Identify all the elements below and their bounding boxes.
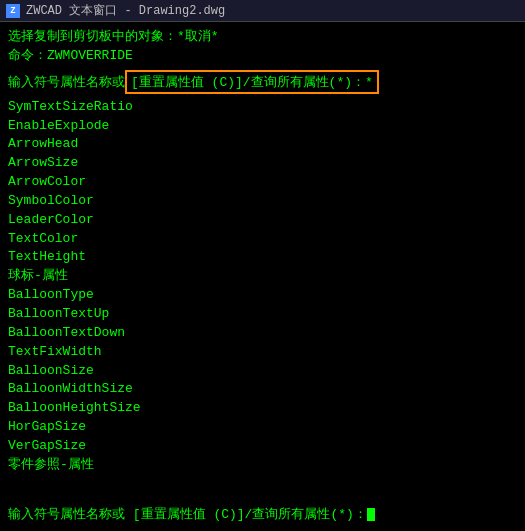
list-item: VerGapSize xyxy=(8,437,517,456)
list-item: BalloonWidthSize xyxy=(8,380,517,399)
input-row: 输入符号属性名称或 [重置属性值 (C)]/查询所有属性(*)：* xyxy=(8,70,517,94)
list-item: ArrowHead xyxy=(8,135,517,154)
bottom-prompt-text: 输入符号属性名称或 [重置属性值 (C)]/查询所有属性(*)： xyxy=(8,507,367,522)
list-item: BalloonType xyxy=(8,286,517,305)
text-window: 选择复制到剪切板中的对象：*取消* 命令：ZWMOVERRIDE 输入符号属性名… xyxy=(0,22,525,531)
list-item: 球标-属性 xyxy=(8,267,517,286)
cursor-blink xyxy=(367,508,375,521)
list-item: LeaderColor xyxy=(8,211,517,230)
list-item: TextColor xyxy=(8,230,517,249)
command-line: 命令：ZWMOVERRIDE xyxy=(8,47,517,66)
list-item: ArrowColor xyxy=(8,173,517,192)
window-title: ZWCAD 文本窗口 - Drawing2.dwg xyxy=(26,2,225,19)
title-bar: Z ZWCAD 文本窗口 - Drawing2.dwg xyxy=(0,0,525,22)
list-item: BalloonSize xyxy=(8,362,517,381)
status-section: 选择复制到剪切板中的对象：*取消* 命令：ZWMOVERRIDE xyxy=(8,28,517,66)
list-item: BalloonTextDown xyxy=(8,324,517,343)
list-item: TextFixWidth xyxy=(8,343,517,362)
list-item: EnableExplode xyxy=(8,117,517,136)
list-item: TextHeight xyxy=(8,248,517,267)
list-item: BalloonTextUp xyxy=(8,305,517,324)
attribute-list: SymTextSizeRatio EnableExplode ArrowHead… xyxy=(8,98,517,475)
bottom-prompt-line: 输入符号属性名称或 [重置属性值 (C)]/查询所有属性(*)： xyxy=(8,505,517,523)
input-label: 输入符号属性名称或 xyxy=(8,73,125,91)
list-item: HorGapSize xyxy=(8,418,517,437)
highlighted-options[interactable]: [重置属性值 (C)]/查询所有属性(*)：* xyxy=(125,70,379,94)
status-line1: 选择复制到剪切板中的对象：*取消* xyxy=(8,28,517,47)
list-item: SymTextSizeRatio xyxy=(8,98,517,117)
list-item: BalloonHeightSize xyxy=(8,399,517,418)
app-icon: Z xyxy=(6,4,20,18)
list-item: SymbolColor xyxy=(8,192,517,211)
list-item: 零件参照-属性 xyxy=(8,456,517,475)
list-item: ArrowSize xyxy=(8,154,517,173)
icon-letter: Z xyxy=(10,6,15,16)
